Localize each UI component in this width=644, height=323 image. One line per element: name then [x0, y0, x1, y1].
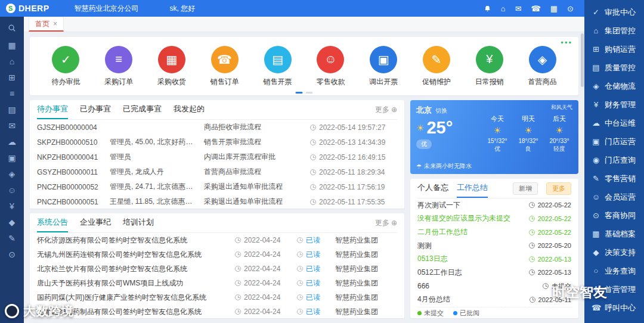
settings-icon[interactable]: ⊙: [8, 250, 16, 259]
message-icon[interactable]: ✉: [8, 122, 16, 130]
phone-icon[interactable]: ☎: [531, 5, 541, 13]
read-status[interactable]: 已读: [297, 235, 335, 246]
list-item[interactable]: 怀化济源医药有限公司签约时空智友信息化系统 2022-04-24 已读 智慧药业…: [37, 233, 397, 247]
home-icon[interactable]: ⌂: [501, 5, 506, 13]
sidebar-item-purchase-sales-ops[interactable]: ⊞购销运营: [584, 40, 644, 58]
finance-icon[interactable]: ¥: [10, 202, 14, 210]
sidebar-item-store-operation[interactable]: ▣门店运营: [584, 132, 644, 151]
company-name[interactable]: 智慧药业北京分公司: [75, 4, 139, 14]
shortcut-expense[interactable]: ¥ 日常报销: [470, 46, 509, 87]
table-row[interactable]: GSYZHB00000011 管理员, 龙成人丹 首营商品审批流程 2022-0…: [37, 164, 397, 179]
status-icon: [297, 280, 303, 286]
scrollbar-thumb[interactable]: [581, 33, 584, 87]
apps-grid-icon[interactable]: ▦: [550, 5, 558, 13]
list-item[interactable]: 4月份总结 2022-05-11: [417, 293, 571, 306]
sidebar-item-decision-support[interactable]: ◆决策支持: [584, 243, 644, 262]
org-icon[interactable]: ⌂: [10, 57, 14, 66]
table-row[interactable]: GJSZHB00000004 商品拒收审批流程 2022-05-14 19:57…: [37, 120, 397, 135]
sidebar-item-business-query[interactable]: ○业务查询: [584, 262, 644, 280]
list-item[interactable]: 二月份工作总结 2022-05-22: [417, 225, 571, 239]
read-status[interactable]: 已读: [297, 293, 335, 303]
edit-icon[interactable]: ✎: [8, 234, 16, 243]
carousel-indicator[interactable]: [296, 92, 313, 94]
sidebar-item-partner-collaboration[interactable]: ⊙客商协同: [584, 206, 644, 225]
message-icon[interactable]: ✉: [515, 5, 522, 13]
tab-work-summary[interactable]: 工作总结: [457, 179, 488, 198]
list-item[interactable]: 没有提交的应该显示为未提交 2022-05-22: [417, 212, 571, 226]
sidebar-item-finance-management[interactable]: ¥财务管理: [584, 95, 644, 114]
sidebar-item-approval-center[interactable]: ✓审批中心: [584, 3, 644, 21]
list-item[interactable]: 0512工作日志 2022-05-13: [417, 266, 571, 279]
read-status[interactable]: 已读: [297, 250, 335, 260]
tab-company-events[interactable]: 企业事纪: [80, 213, 111, 232]
document-icon[interactable]: ▤: [8, 105, 16, 114]
tab-todo-done[interactable]: 已办事宜: [80, 100, 111, 119]
sidebar-item-call-center[interactable]: ☎呼叫中心: [584, 299, 644, 317]
list-item[interactable]: 0513日志 2022-05-13: [417, 253, 571, 266]
shortcut-retail-payment[interactable]: ☺ 零售收款: [311, 46, 349, 87]
panel-more-icon[interactable]: •••: [561, 38, 572, 47]
more-button[interactable]: 更多: [546, 182, 571, 195]
sidebar-item-retail-marketing[interactable]: ✎零售营销: [584, 169, 644, 188]
tab-training-plan[interactable]: 培训计划: [123, 213, 154, 232]
table-row[interactable]: SKPZHB00000510 管理员, 45.00, 北京好药师药店... 销售…: [37, 135, 397, 150]
cart-icon[interactable]: ◈: [9, 170, 16, 178]
power-icon[interactable]: ⊙: [567, 5, 574, 13]
sidebar-item-store-query[interactable]: ◉门店查询: [584, 151, 644, 169]
todo-more-link[interactable]: 更多⊕: [375, 105, 397, 115]
status-icon: [297, 237, 303, 243]
bell-icon[interactable]: [484, 5, 491, 13]
tab-todo-completed[interactable]: 已完成事宜: [123, 100, 162, 119]
chart-icon[interactable]: ◆: [9, 218, 16, 226]
cloud-icon[interactable]: ☁: [8, 138, 16, 146]
read-status[interactable]: 已读: [297, 307, 335, 317]
list-item[interactable]: 唐山天予医药科技有限公司WMS项目上线成功 2022-04-24 已读 智慧药业…: [37, 276, 397, 290]
user-icon[interactable]: ☺: [8, 186, 16, 194]
sidebar-item-midplatform-ops[interactable]: ☁中台运维: [584, 114, 644, 132]
add-button[interactable]: 新增: [513, 182, 538, 195]
shortcut-purchase-order[interactable]: ≡ 采购订单: [100, 46, 138, 87]
clock-icon: [310, 199, 316, 205]
shortcut-sales-order[interactable]: ☎ 销售订单: [206, 46, 244, 87]
tab-system-notice[interactable]: 系统公告: [37, 213, 68, 232]
read-status[interactable]: 已读: [297, 278, 335, 288]
shortcut-sales-invoice[interactable]: ▤ 销售开票: [259, 46, 297, 87]
shortcut-todo-approval[interactable]: ✓ 待办审批: [47, 46, 85, 87]
shortcut-first-product[interactable]: ◈ 首营商品: [524, 46, 562, 87]
tab-home[interactable]: 首页 ×: [29, 17, 64, 32]
tab-personal-memo[interactable]: 个人备忘: [417, 179, 448, 198]
announcements-more-link[interactable]: 更多⊕: [375, 218, 397, 228]
table-row[interactable]: PNCZHB00000051 王星慥, 11.85, 北京德惠康医药... 采购…: [37, 194, 397, 209]
sidebar-item-group-control[interactable]: ⌂集团管控: [584, 21, 644, 40]
sidebar-item-warehouse-logistics[interactable]: ◈仓储物流: [584, 77, 644, 95]
list-item[interactable]: 再次测试一下 2022-05-22: [417, 198, 571, 212]
tab-todo-initiated[interactable]: 我发起的: [174, 100, 205, 119]
search-icon[interactable]: [8, 24, 16, 33]
table-row[interactable]: PNCZHB00000052 管理员, 24.71, 北京德惠康医药... 采购…: [37, 179, 397, 194]
shortcut-purchase-receive[interactable]: ▦ 采购收货: [153, 46, 191, 87]
sidebar-item-first-business[interactable]: ✚首营管理: [584, 280, 644, 299]
monitor-icon[interactable]: ▦: [8, 41, 16, 49]
list-icon[interactable]: ≡: [10, 89, 14, 98]
apps-icon[interactable]: ⊞: [8, 73, 16, 82]
table-row[interactable]: NKPZHB00000041 管理员 内调出库开票流程审批 2022-05-12…: [37, 150, 397, 164]
shortcut-transfer-invoice[interactable]: ▣ 调出开票: [364, 46, 402, 87]
sidebar-item-quality-control[interactable]: ▤质量管控: [584, 58, 644, 77]
sidebar-item-member-operation[interactable]: ☺会员运营: [584, 188, 644, 206]
sidebar-item-basic-archives[interactable]: ▦基础档案: [584, 225, 644, 243]
scrollbar[interactable]: [581, 33, 584, 322]
close-icon[interactable]: ×: [53, 20, 57, 28]
list-item[interactable]: 测测 2022-05-20: [417, 239, 571, 253]
memo-legend: 未提交 已批阅: [417, 307, 571, 318]
list-item[interactable]: 北京松兰饮片有限公司签约时空智友信息化系统 2022-04-24 已读 智慧药业…: [37, 262, 397, 276]
tab-todo-pending[interactable]: 待办事宜: [37, 100, 68, 119]
list-item[interactable]: 无锡九州医药连锁有限公司签约时空智友信息化系统 2022-04-24 已读 智慧…: [37, 247, 397, 262]
app-logo[interactable]: S DHERP: [6, 4, 49, 13]
weather-switch-link[interactable]: 切换: [435, 107, 447, 115]
list-item[interactable]: 666 未提交: [417, 279, 571, 293]
read-status[interactable]: 已读: [297, 264, 335, 274]
store-icon[interactable]: ▣: [8, 154, 16, 162]
list-item[interactable]: 国药同煤(大同)医疗健康产业签约时空智友信息化系统 2022-04-24 已读 …: [37, 290, 397, 305]
shortcut-promotion[interactable]: ✎ 促销维护: [417, 46, 456, 87]
list-item[interactable]: 上海德华国药制品有限公司签约时空智友信息化系统 2022-04-24 已读 智慧…: [37, 305, 397, 318]
